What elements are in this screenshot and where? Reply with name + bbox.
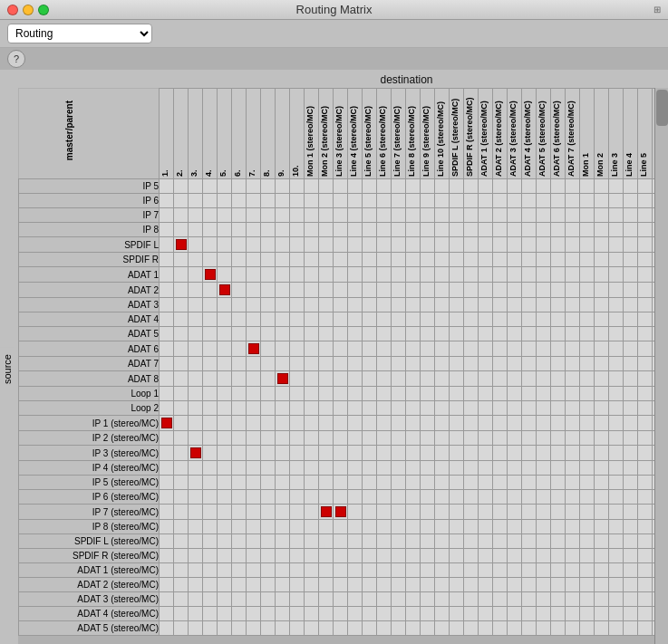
grid-cell[interactable] <box>392 490 406 505</box>
grid-cell[interactable] <box>261 327 276 341</box>
grid-cell[interactable] <box>334 592 348 607</box>
grid-cell[interactable] <box>377 283 392 298</box>
grid-cell[interactable] <box>232 194 247 208</box>
grid-cell[interactable] <box>218 194 232 208</box>
grid-cell[interactable] <box>261 253 276 267</box>
grid-cell[interactable] <box>435 387 450 401</box>
grid-cell[interactable] <box>319 401 334 416</box>
grid-cell[interactable] <box>334 327 348 341</box>
grid-cell[interactable] <box>508 431 522 446</box>
grid-cell[interactable] <box>624 534 638 549</box>
grid-cell[interactable] <box>508 520 522 534</box>
grid-cell[interactable] <box>551 357 566 371</box>
grid-cell[interactable] <box>319 223 334 237</box>
grid-cell[interactable] <box>305 357 319 371</box>
grid-cell[interactable] <box>479 563 493 578</box>
grid-cell[interactable] <box>348 461 363 476</box>
grid-cell[interactable] <box>421 578 435 592</box>
grid-cell[interactable] <box>580 490 595 505</box>
grid-cell[interactable] <box>464 578 479 592</box>
grid-cell[interactable] <box>363 298 377 312</box>
grid-cell[interactable] <box>261 194 276 208</box>
grid-cell[interactable] <box>580 505 595 520</box>
grid-cell[interactable] <box>348 194 363 208</box>
grid-cell[interactable] <box>189 563 203 578</box>
grid-cell[interactable] <box>334 476 348 490</box>
grid-cell[interactable] <box>624 490 638 505</box>
grid-cell[interactable] <box>319 179 334 194</box>
grid-cell[interactable] <box>261 621 276 636</box>
grid-cell[interactable] <box>566 401 580 416</box>
grid-cell[interactable] <box>392 327 406 341</box>
grid-cell[interactable] <box>174 179 189 194</box>
grid-cell[interactable] <box>305 401 319 416</box>
grid-cell[interactable] <box>638 476 653 490</box>
grid-cell[interactable] <box>319 371 334 387</box>
grid-cell[interactable] <box>508 312 522 327</box>
grid-cell[interactable] <box>566 298 580 312</box>
grid-cell[interactable] <box>203 267 218 283</box>
grid-cell[interactable] <box>595 371 609 387</box>
grid-cell[interactable] <box>580 194 595 208</box>
grid-cell[interactable] <box>392 371 406 387</box>
close-button[interactable] <box>7 5 18 15</box>
grid-cell[interactable] <box>363 490 377 505</box>
grid-cell[interactable] <box>247 563 261 578</box>
grid-cell[interactable] <box>232 592 247 607</box>
grid-cell[interactable] <box>189 446 203 461</box>
grid-cell[interactable] <box>160 476 174 490</box>
grid-cell[interactable] <box>305 283 319 298</box>
grid-cell[interactable] <box>232 327 247 341</box>
grid-cell[interactable] <box>290 223 305 237</box>
grid-cell[interactable] <box>479 223 493 237</box>
grid-cell[interactable] <box>261 283 276 298</box>
grid-cell[interactable] <box>638 592 653 607</box>
grid-cell[interactable] <box>160 237 174 253</box>
grid-cell[interactable] <box>537 490 551 505</box>
grid-cell[interactable] <box>334 223 348 237</box>
grid-cell[interactable] <box>580 416 595 431</box>
grid-cell[interactable] <box>377 520 392 534</box>
grid-cell[interactable] <box>218 461 232 476</box>
grid-cell[interactable] <box>232 416 247 431</box>
grid-cell[interactable] <box>392 578 406 592</box>
grid-cell[interactable] <box>247 179 261 194</box>
grid-cell[interactable] <box>174 592 189 607</box>
grid-cell[interactable] <box>305 312 319 327</box>
grid-cell[interactable] <box>232 534 247 549</box>
grid-cell[interactable] <box>537 298 551 312</box>
grid-cell[interactable] <box>334 446 348 461</box>
grid-cell[interactable] <box>493 371 508 387</box>
grid-cell[interactable] <box>580 520 595 534</box>
grid-cell[interactable] <box>479 357 493 371</box>
grid-cell[interactable] <box>551 505 566 520</box>
grid-cell[interactable] <box>232 223 247 237</box>
grid-cell[interactable] <box>479 341 493 357</box>
grid-cell[interactable] <box>261 592 276 607</box>
grid-cell[interactable] <box>247 416 261 431</box>
grid-cell[interactable] <box>421 371 435 387</box>
grid-cell[interactable] <box>319 534 334 549</box>
grid-cell[interactable] <box>450 607 464 621</box>
grid-cell[interactable] <box>218 534 232 549</box>
grid-cell[interactable] <box>435 549 450 563</box>
grid-cell[interactable] <box>580 223 595 237</box>
grid-cell[interactable] <box>537 476 551 490</box>
grid-cell[interactable] <box>392 534 406 549</box>
grid-cell[interactable] <box>160 267 174 283</box>
grid-cell[interactable] <box>450 431 464 446</box>
grid-cell[interactable] <box>174 312 189 327</box>
grid-cell[interactable] <box>493 592 508 607</box>
grid-cell[interactable] <box>479 327 493 341</box>
grid-cell[interactable] <box>638 563 653 578</box>
grid-cell[interactable] <box>363 267 377 283</box>
grid-cell[interactable] <box>609 327 624 341</box>
grid-cell[interactable] <box>363 253 377 267</box>
grid-cell[interactable] <box>522 476 537 490</box>
grid-cell[interactable] <box>421 549 435 563</box>
grid-cell[interactable] <box>609 387 624 401</box>
grid-cell[interactable] <box>290 476 305 490</box>
grid-cell[interactable] <box>406 490 421 505</box>
grid-cell[interactable] <box>377 312 392 327</box>
grid-cell[interactable] <box>247 341 261 357</box>
